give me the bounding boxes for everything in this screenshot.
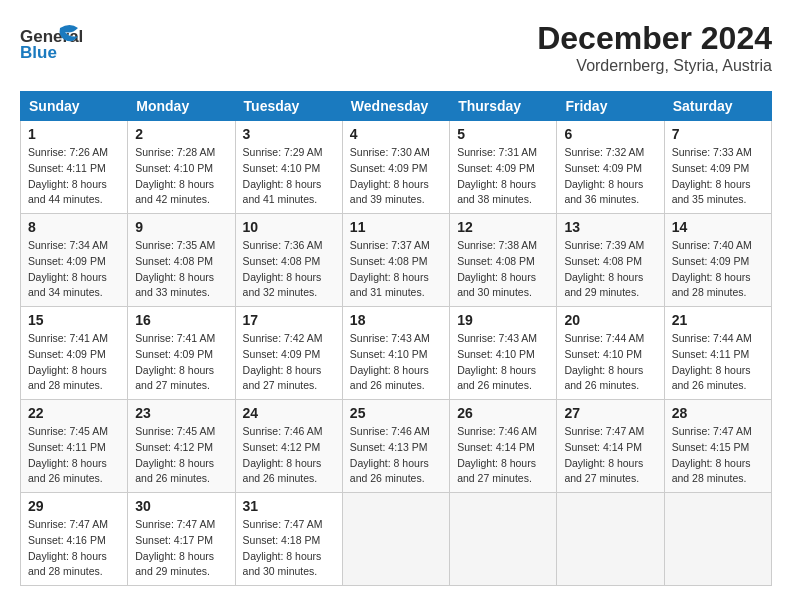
calendar-cell: 19Sunrise: 7:43 AMSunset: 4:10 PMDayligh… bbox=[450, 307, 557, 400]
day-number: 21 bbox=[672, 312, 764, 328]
calendar-cell: 2Sunrise: 7:28 AMSunset: 4:10 PMDaylight… bbox=[128, 121, 235, 214]
day-detail: Sunrise: 7:43 AMSunset: 4:10 PMDaylight:… bbox=[350, 331, 442, 394]
calendar-week-row: 15Sunrise: 7:41 AMSunset: 4:09 PMDayligh… bbox=[21, 307, 772, 400]
calendar-cell: 11Sunrise: 7:37 AMSunset: 4:08 PMDayligh… bbox=[342, 214, 449, 307]
day-detail: Sunrise: 7:42 AMSunset: 4:09 PMDaylight:… bbox=[243, 331, 335, 394]
day-number: 22 bbox=[28, 405, 120, 421]
calendar-cell: 16Sunrise: 7:41 AMSunset: 4:09 PMDayligh… bbox=[128, 307, 235, 400]
day-number: 28 bbox=[672, 405, 764, 421]
calendar-cell: 23Sunrise: 7:45 AMSunset: 4:12 PMDayligh… bbox=[128, 400, 235, 493]
col-header-wednesday: Wednesday bbox=[342, 92, 449, 121]
day-detail: Sunrise: 7:35 AMSunset: 4:08 PMDaylight:… bbox=[135, 238, 227, 301]
calendar-cell: 18Sunrise: 7:43 AMSunset: 4:10 PMDayligh… bbox=[342, 307, 449, 400]
day-number: 5 bbox=[457, 126, 549, 142]
calendar-cell: 14Sunrise: 7:40 AMSunset: 4:09 PMDayligh… bbox=[664, 214, 771, 307]
calendar-week-row: 8Sunrise: 7:34 AMSunset: 4:09 PMDaylight… bbox=[21, 214, 772, 307]
day-number: 7 bbox=[672, 126, 764, 142]
day-number: 24 bbox=[243, 405, 335, 421]
day-number: 29 bbox=[28, 498, 120, 514]
calendar-week-row: 22Sunrise: 7:45 AMSunset: 4:11 PMDayligh… bbox=[21, 400, 772, 493]
day-number: 25 bbox=[350, 405, 442, 421]
day-detail: Sunrise: 7:41 AMSunset: 4:09 PMDaylight:… bbox=[135, 331, 227, 394]
calendar-cell: 15Sunrise: 7:41 AMSunset: 4:09 PMDayligh… bbox=[21, 307, 128, 400]
title-section: December 2024 Vordernberg, Styria, Austr… bbox=[537, 20, 772, 75]
day-detail: Sunrise: 7:34 AMSunset: 4:09 PMDaylight:… bbox=[28, 238, 120, 301]
day-detail: Sunrise: 7:47 AMSunset: 4:16 PMDaylight:… bbox=[28, 517, 120, 580]
day-detail: Sunrise: 7:32 AMSunset: 4:09 PMDaylight:… bbox=[564, 145, 656, 208]
calendar-cell: 27Sunrise: 7:47 AMSunset: 4:14 PMDayligh… bbox=[557, 400, 664, 493]
day-number: 31 bbox=[243, 498, 335, 514]
calendar-cell: 28Sunrise: 7:47 AMSunset: 4:15 PMDayligh… bbox=[664, 400, 771, 493]
day-detail: Sunrise: 7:44 AMSunset: 4:10 PMDaylight:… bbox=[564, 331, 656, 394]
page-header: General Blue December 2024 Vordernberg, … bbox=[20, 20, 772, 75]
calendar-cell: 1Sunrise: 7:26 AMSunset: 4:11 PMDaylight… bbox=[21, 121, 128, 214]
calendar-cell: 31Sunrise: 7:47 AMSunset: 4:18 PMDayligh… bbox=[235, 493, 342, 586]
day-number: 4 bbox=[350, 126, 442, 142]
col-header-friday: Friday bbox=[557, 92, 664, 121]
calendar-cell: 5Sunrise: 7:31 AMSunset: 4:09 PMDaylight… bbox=[450, 121, 557, 214]
col-header-monday: Monday bbox=[128, 92, 235, 121]
day-detail: Sunrise: 7:47 AMSunset: 4:18 PMDaylight:… bbox=[243, 517, 335, 580]
calendar-cell: 17Sunrise: 7:42 AMSunset: 4:09 PMDayligh… bbox=[235, 307, 342, 400]
day-detail: Sunrise: 7:31 AMSunset: 4:09 PMDaylight:… bbox=[457, 145, 549, 208]
calendar-cell: 9Sunrise: 7:35 AMSunset: 4:08 PMDaylight… bbox=[128, 214, 235, 307]
day-number: 18 bbox=[350, 312, 442, 328]
day-detail: Sunrise: 7:46 AMSunset: 4:14 PMDaylight:… bbox=[457, 424, 549, 487]
day-detail: Sunrise: 7:37 AMSunset: 4:08 PMDaylight:… bbox=[350, 238, 442, 301]
day-detail: Sunrise: 7:43 AMSunset: 4:10 PMDaylight:… bbox=[457, 331, 549, 394]
calendar-cell bbox=[664, 493, 771, 586]
calendar-cell: 12Sunrise: 7:38 AMSunset: 4:08 PMDayligh… bbox=[450, 214, 557, 307]
day-number: 13 bbox=[564, 219, 656, 235]
day-number: 15 bbox=[28, 312, 120, 328]
day-number: 16 bbox=[135, 312, 227, 328]
day-number: 11 bbox=[350, 219, 442, 235]
day-detail: Sunrise: 7:30 AMSunset: 4:09 PMDaylight:… bbox=[350, 145, 442, 208]
calendar-cell: 21Sunrise: 7:44 AMSunset: 4:11 PMDayligh… bbox=[664, 307, 771, 400]
day-detail: Sunrise: 7:46 AMSunset: 4:12 PMDaylight:… bbox=[243, 424, 335, 487]
day-number: 10 bbox=[243, 219, 335, 235]
col-header-sunday: Sunday bbox=[21, 92, 128, 121]
day-detail: Sunrise: 7:46 AMSunset: 4:13 PMDaylight:… bbox=[350, 424, 442, 487]
day-number: 3 bbox=[243, 126, 335, 142]
calendar-cell: 25Sunrise: 7:46 AMSunset: 4:13 PMDayligh… bbox=[342, 400, 449, 493]
day-detail: Sunrise: 7:33 AMSunset: 4:09 PMDaylight:… bbox=[672, 145, 764, 208]
calendar-cell: 10Sunrise: 7:36 AMSunset: 4:08 PMDayligh… bbox=[235, 214, 342, 307]
calendar-cell: 20Sunrise: 7:44 AMSunset: 4:10 PMDayligh… bbox=[557, 307, 664, 400]
day-detail: Sunrise: 7:45 AMSunset: 4:12 PMDaylight:… bbox=[135, 424, 227, 487]
day-number: 19 bbox=[457, 312, 549, 328]
day-detail: Sunrise: 7:39 AMSunset: 4:08 PMDaylight:… bbox=[564, 238, 656, 301]
calendar-cell: 8Sunrise: 7:34 AMSunset: 4:09 PMDaylight… bbox=[21, 214, 128, 307]
day-detail: Sunrise: 7:47 AMSunset: 4:17 PMDaylight:… bbox=[135, 517, 227, 580]
col-header-tuesday: Tuesday bbox=[235, 92, 342, 121]
calendar-cell: 13Sunrise: 7:39 AMSunset: 4:08 PMDayligh… bbox=[557, 214, 664, 307]
calendar-cell: 3Sunrise: 7:29 AMSunset: 4:10 PMDaylight… bbox=[235, 121, 342, 214]
calendar-table: SundayMondayTuesdayWednesdayThursdayFrid… bbox=[20, 91, 772, 586]
calendar-cell: 29Sunrise: 7:47 AMSunset: 4:16 PMDayligh… bbox=[21, 493, 128, 586]
day-number: 17 bbox=[243, 312, 335, 328]
day-number: 1 bbox=[28, 126, 120, 142]
day-number: 20 bbox=[564, 312, 656, 328]
day-detail: Sunrise: 7:29 AMSunset: 4:10 PMDaylight:… bbox=[243, 145, 335, 208]
calendar-cell bbox=[450, 493, 557, 586]
day-detail: Sunrise: 7:36 AMSunset: 4:08 PMDaylight:… bbox=[243, 238, 335, 301]
col-header-thursday: Thursday bbox=[450, 92, 557, 121]
calendar-cell: 4Sunrise: 7:30 AMSunset: 4:09 PMDaylight… bbox=[342, 121, 449, 214]
day-number: 9 bbox=[135, 219, 227, 235]
calendar-week-row: 29Sunrise: 7:47 AMSunset: 4:16 PMDayligh… bbox=[21, 493, 772, 586]
day-number: 27 bbox=[564, 405, 656, 421]
day-number: 12 bbox=[457, 219, 549, 235]
calendar-cell: 6Sunrise: 7:32 AMSunset: 4:09 PMDaylight… bbox=[557, 121, 664, 214]
day-detail: Sunrise: 7:47 AMSunset: 4:14 PMDaylight:… bbox=[564, 424, 656, 487]
calendar-week-row: 1Sunrise: 7:26 AMSunset: 4:11 PMDaylight… bbox=[21, 121, 772, 214]
day-detail: Sunrise: 7:45 AMSunset: 4:11 PMDaylight:… bbox=[28, 424, 120, 487]
calendar-cell: 7Sunrise: 7:33 AMSunset: 4:09 PMDaylight… bbox=[664, 121, 771, 214]
calendar-cell: 24Sunrise: 7:46 AMSunset: 4:12 PMDayligh… bbox=[235, 400, 342, 493]
day-detail: Sunrise: 7:28 AMSunset: 4:10 PMDaylight:… bbox=[135, 145, 227, 208]
day-detail: Sunrise: 7:41 AMSunset: 4:09 PMDaylight:… bbox=[28, 331, 120, 394]
logo-wordmark: General Blue bbox=[20, 20, 140, 69]
calendar-header-row: SundayMondayTuesdayWednesdayThursdayFrid… bbox=[21, 92, 772, 121]
day-number: 26 bbox=[457, 405, 549, 421]
calendar-cell: 26Sunrise: 7:46 AMSunset: 4:14 PMDayligh… bbox=[450, 400, 557, 493]
calendar-cell bbox=[342, 493, 449, 586]
day-number: 8 bbox=[28, 219, 120, 235]
